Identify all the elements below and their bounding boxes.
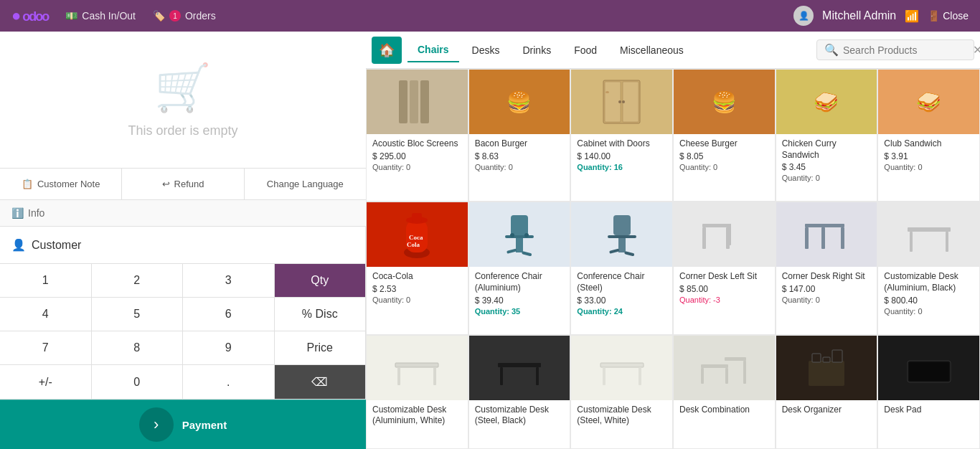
info-row: ℹ️ Info	[0, 200, 366, 227]
payment-button[interactable]: › Payment	[0, 400, 366, 449]
customer-note-button[interactable]: 📋 Customer Note	[0, 169, 122, 199]
product-qty: Quantity: 35	[475, 307, 565, 316]
svg-rect-17	[516, 238, 523, 252]
product-cheese-burger[interactable]: 🍔 Cheese Burger $ 8.05 Quantity: 0	[673, 69, 776, 202]
product-coca-cola[interactable]: CocaCola Coca-Cola $ 2.53 Quantity: 0	[366, 202, 468, 334]
product-bacon-burger[interactable]: 🍔 Bacon Burger $ 8.63 Quantity: 0	[468, 69, 571, 202]
num-0[interactable]: 0	[92, 365, 184, 400]
num-plusminus[interactable]: +/-	[0, 365, 92, 400]
num-6[interactable]: 6	[183, 298, 275, 331]
close-icon: 🚪	[928, 10, 940, 22]
product-price: $ 8.63	[475, 151, 565, 161]
product-desk-combination[interactable]: Desk Combination	[673, 335, 776, 449]
svg-rect-25	[609, 249, 620, 254]
product-image	[367, 336, 468, 400]
search-icon: 🔍	[824, 43, 839, 57]
product-customizable-desk-al-bl[interactable]: Customizable Desk (Aluminium, Black) $ 8…	[877, 202, 980, 334]
product-conf-chair-al[interactable]: Conference Chair (Aluminium) $ 39.40 Qua…	[468, 202, 571, 334]
svg-rect-18	[507, 249, 517, 254]
product-qty: Quantity: 0	[884, 163, 974, 171]
product-image: CocaCola	[367, 202, 468, 267]
product-image	[469, 202, 570, 267]
cash-in-out-nav[interactable]: 💵 Cash In/Out	[65, 10, 136, 22]
product-name: Conference Chair (Steel)	[577, 271, 666, 293]
product-customizable-desk-st-wh[interactable]: Customizable Desk (Steel, White)	[570, 335, 673, 449]
discount-button[interactable]: % Disc	[275, 298, 367, 331]
cash-icon: 💵	[65, 10, 77, 22]
num-5[interactable]: 5	[92, 298, 184, 331]
product-qty: Quantity: 0	[884, 307, 974, 316]
svg-rect-0	[399, 80, 407, 123]
product-desk-organizer[interactable]: Desk Organizer	[776, 335, 878, 449]
product-name: Cheese Burger	[679, 138, 769, 150]
search-input[interactable]	[843, 44, 969, 56]
product-desk-pad[interactable]: Desk Pad	[877, 335, 980, 449]
product-price: $ 39.40	[475, 296, 565, 306]
product-customizable-desk-st-bl[interactable]: Customizable Desk (Steel, Black)	[468, 335, 571, 449]
product-price: $ 3.91	[884, 151, 974, 161]
product-image	[674, 336, 775, 400]
product-corner-desk-right[interactable]: Corner Desk Right Sit $ 147.00 Quantity:…	[776, 202, 878, 334]
category-drinks[interactable]: Drinks	[512, 39, 561, 62]
numpad: 1 2 3 Qty 4 5 6 % Disc 7 8 9 Price +/- 0…	[0, 264, 366, 449]
info-label: Info	[28, 207, 44, 219]
product-qty: Quantity: -3	[679, 296, 769, 304]
clear-search-icon[interactable]: ✕	[973, 43, 980, 57]
svg-rect-40	[433, 367, 436, 385]
num-7[interactable]: 7	[0, 331, 92, 365]
right-panel: 🏠 Chairs Desks Drinks Food Miscellaneous…	[366, 32, 980, 449]
customer-field[interactable]: 👤 Customer	[0, 227, 366, 263]
search-area: 🔍 ✕	[816, 39, 974, 60]
product-name: Desk Combination	[679, 405, 769, 416]
category-chairs[interactable]: Chairs	[407, 38, 459, 62]
price-button[interactable]: Price	[275, 331, 367, 365]
svg-rect-22	[613, 215, 631, 235]
product-chicken-curry[interactable]: 🥪 Chicken Curry Sandwich $ 3.45 Quantity…	[776, 69, 878, 202]
category-desks[interactable]: Desks	[462, 39, 510, 62]
svg-rect-35	[908, 227, 951, 232]
svg-rect-19	[522, 251, 532, 256]
action-buttons-row: 📋 Customer Note ↩ Refund Change Language	[0, 169, 366, 200]
svg-rect-24	[618, 238, 626, 252]
product-name: Desk Pad	[884, 405, 974, 416]
payment-circle-icon: ›	[139, 407, 174, 442]
product-customizable-desk-al-wh[interactable]: Customizable Desk (Aluminium, White)	[366, 335, 468, 449]
num-2[interactable]: 2	[92, 264, 184, 298]
refund-button[interactable]: ↩ Refund	[122, 169, 244, 199]
app-logo[interactable]: ● odoo	[11, 6, 48, 25]
product-image	[674, 202, 775, 267]
num-3[interactable]: 3	[183, 264, 275, 298]
svg-rect-53	[812, 354, 821, 362]
qty-button[interactable]: Qty	[275, 264, 367, 298]
backspace-button[interactable]: ⌫	[275, 365, 367, 400]
svg-rect-46	[639, 367, 641, 385]
product-cabinet-doors[interactable]: Cabinet with Doors $ 140.00 Quantity: 16	[570, 69, 673, 202]
num-9[interactable]: 9	[183, 331, 275, 365]
svg-text:Coca: Coca	[409, 234, 423, 241]
product-price: $ 8.05	[679, 151, 769, 161]
svg-point-21	[524, 233, 529, 237]
home-category-button[interactable]: 🏠	[372, 37, 402, 64]
product-acoustic-bloc[interactable]: Acoustic Bloc Screens $ 295.00 Quantity:…	[366, 69, 468, 202]
num-8[interactable]: 8	[92, 331, 184, 365]
product-club-sandwich[interactable]: 🥪 Club Sandwich $ 3.91 Quantity: 0	[877, 69, 980, 202]
refund-icon: ↩	[162, 179, 170, 189]
orders-badge: 1	[169, 10, 181, 22]
num-1[interactable]: 1	[0, 264, 92, 298]
product-name: Corner Desk Right Sit	[782, 271, 872, 283]
product-conf-chair-steel[interactable]: Conference Chair (Steel) $ 33.00 Quantit…	[570, 202, 673, 334]
num-4[interactable]: 4	[0, 298, 92, 331]
payment-label: Payment	[182, 419, 227, 431]
svg-point-20	[510, 233, 514, 237]
product-name: Chicken Curry Sandwich	[782, 138, 872, 161]
category-food[interactable]: Food	[564, 39, 607, 62]
svg-rect-32	[805, 227, 809, 249]
num-dot[interactable]: .	[183, 365, 275, 400]
change-language-button[interactable]: Change Language	[245, 169, 366, 199]
svg-rect-41	[498, 363, 541, 367]
product-name: Customizable Desk (Aluminium, Black)	[884, 271, 974, 293]
category-miscellaneous[interactable]: Miscellaneous	[610, 39, 694, 62]
close-button[interactable]: 🚪 Close	[928, 10, 969, 22]
product-corner-desk-left[interactable]: Corner Desk Left Sit $ 85.00 Quantity: -…	[673, 202, 776, 334]
orders-nav[interactable]: 🏷️ 1 Orders	[153, 10, 216, 22]
